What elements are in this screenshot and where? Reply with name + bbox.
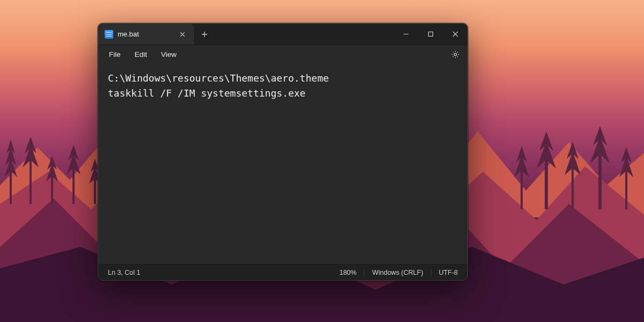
new-tab-button[interactable] <box>195 24 214 45</box>
menu-file[interactable]: File <box>103 47 127 62</box>
tab-active[interactable]: me.bat <box>98 24 195 45</box>
notepad-window: me.bat File Edit View <box>98 23 468 281</box>
menubar: File Edit View <box>98 45 467 63</box>
editor-textarea[interactable]: C:\Windows\resources\Themes\aero.theme t… <box>98 63 467 264</box>
window-close-button[interactable] <box>443 24 467 45</box>
menu-edit[interactable]: Edit <box>128 47 153 62</box>
titlebar[interactable]: me.bat <box>98 24 467 45</box>
window-controls <box>393 24 467 45</box>
svg-point-1 <box>454 53 457 56</box>
status-encoding[interactable]: UTF-8 <box>431 265 465 280</box>
gear-icon <box>451 50 460 59</box>
status-zoom[interactable]: 180% <box>332 265 364 280</box>
tab-title: me.bat <box>118 30 172 38</box>
settings-button[interactable] <box>447 46 463 62</box>
window-close-icon <box>452 31 458 37</box>
notepad-file-icon <box>105 30 113 39</box>
editor-line: taskkill /F /IM systemsettings.exe <box>108 87 305 99</box>
status-cursor-position[interactable]: Ln 3, Col 1 <box>100 265 148 280</box>
svg-rect-0 <box>428 32 433 36</box>
editor-line: C:\Windows\resources\Themes\aero.theme <box>108 72 329 84</box>
statusbar: Ln 3, Col 1 180% Windows (CRLF) UTF-8 <box>98 264 467 280</box>
tab-close-button[interactable] <box>176 28 189 41</box>
menu-view[interactable]: View <box>155 47 183 62</box>
maximize-icon <box>428 31 434 37</box>
close-icon <box>180 32 185 37</box>
plus-icon <box>201 31 208 38</box>
minimize-button[interactable] <box>393 24 418 45</box>
minimize-icon <box>403 31 409 37</box>
titlebar-drag-area[interactable] <box>214 24 393 45</box>
maximize-button[interactable] <box>418 24 443 45</box>
status-eol[interactable]: Windows (CRLF) <box>364 265 430 280</box>
